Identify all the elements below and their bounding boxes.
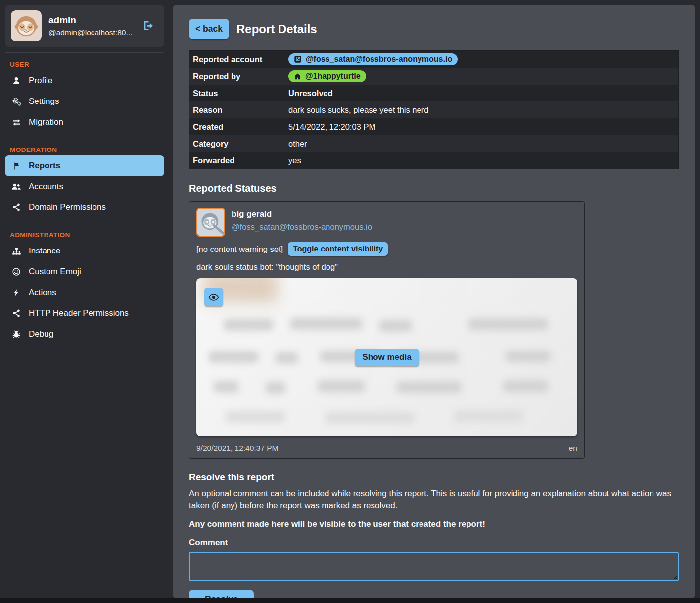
sidebar-item-custom-emoji[interactable]: Custom Emoji (5, 261, 164, 282)
sidebar-item-label: HTTP Header Permissions (29, 308, 129, 318)
status-avatar (196, 208, 225, 237)
report-info-table: Reported account @foss_satan@fossbros-an… (189, 50, 679, 169)
gears-icon (11, 97, 21, 106)
row-label: Category (189, 139, 288, 149)
table-row: Reason dark souls sucks, please yeet thi… (189, 101, 678, 118)
row-label: Created (189, 122, 288, 132)
status-language: en (569, 444, 577, 452)
flag-icon (11, 162, 21, 170)
row-label: Forwarded (189, 156, 288, 165)
comment-label: Comment (189, 538, 679, 548)
page-footer-strip (0, 598, 700, 603)
share-nodes-icon (11, 309, 21, 318)
user-avatar (11, 10, 42, 41)
toggle-content-visibility-button[interactable]: Toggle content visibility (288, 242, 388, 256)
sitemap-icon (11, 247, 21, 256)
sidebar-item-label: Actions (29, 288, 56, 298)
sidebar: admin @admin@localhost:80... USER Profil… (5, 5, 164, 598)
table-row: Forwarded yes (189, 152, 678, 169)
bug-icon (11, 330, 21, 339)
sidebar-item-actions[interactable]: Actions (5, 282, 164, 303)
status-content: dark souls status bot: "thoughts of dog" (196, 262, 577, 272)
status-value: Unresolved (288, 89, 333, 98)
sidebar-item-reports[interactable]: Reports (5, 155, 164, 176)
reported-by-handle: @1happyturtle (305, 72, 361, 81)
sidebar-item-label: Instance (29, 246, 60, 256)
back-button[interactable]: < back (189, 19, 229, 39)
reported-by-badge[interactable]: @1happyturtle (288, 70, 366, 82)
category-value: other (288, 139, 307, 149)
eye-icon (208, 292, 219, 302)
status-media-blurred: Show media (196, 278, 577, 436)
sidebar-item-debug[interactable]: Debug (5, 324, 164, 345)
smiley-icon (11, 267, 21, 276)
sidebar-item-domain-permissions[interactable]: Domain Permissions (5, 197, 164, 218)
row-label: Status (189, 89, 288, 98)
sidebar-item-label: Custom Emoji (29, 267, 81, 277)
row-label: Reason (189, 105, 288, 115)
sidebar-item-label: Settings (29, 97, 59, 106)
table-row: Status Unresolved (189, 85, 678, 101)
resolve-heading: Resolve this report (189, 472, 679, 483)
sidebar-item-http-header-permissions[interactable]: HTTP Header Permissions (5, 303, 164, 324)
sidebar-item-label: Reports (29, 161, 60, 171)
row-label: Reported account (189, 55, 288, 64)
table-row: Reported by @1happyturtle (189, 68, 678, 85)
users-icon (11, 182, 21, 192)
panel-header: < back Report Details (189, 19, 679, 39)
user-handle: @admin@localhost:80... (48, 28, 132, 37)
reported-account-badge[interactable]: @foss_satan@fossbros-anonymous.io (288, 53, 458, 65)
content-warning-text: [no content warning set] (196, 245, 283, 254)
share-nodes-icon (11, 203, 21, 212)
sidebar-item-accounts[interactable]: Accounts (5, 176, 164, 197)
section-header-moderation: MODERATION (10, 146, 164, 153)
reported-account-handle: @foss_satan@fossbros-anonymous.io (306, 55, 452, 64)
section-header-administration: ADMINISTRATION (10, 231, 164, 239)
user-display-name: admin (48, 15, 132, 26)
user-card[interactable]: admin @admin@localhost:80... (5, 5, 164, 47)
resolve-warning: Any comment made here will be visible to… (189, 519, 679, 529)
report-details-panel: < back Report Details Reported account @… (173, 5, 695, 598)
status-card: big gerald @foss_satan@fossbros-anonymou… (189, 201, 585, 459)
table-row: Category other (189, 135, 678, 152)
status-timestamp: 9/20/2021, 12:40:37 PM (196, 444, 278, 452)
reported-statuses-heading: Reported Statuses (189, 183, 679, 194)
user-icon (11, 76, 21, 85)
sidebar-item-migration[interactable]: Migration (5, 112, 164, 133)
reason-value: dark souls sucks, please yeet this nerd (288, 105, 428, 115)
comment-input[interactable] (189, 552, 679, 581)
sidebar-item-label: Profile (29, 76, 52, 86)
forwarded-value: yes (288, 156, 301, 165)
sidebar-item-label: Accounts (29, 182, 63, 192)
sidebar-item-profile[interactable]: Profile (5, 70, 164, 91)
table-row: Created 5/14/2022, 12:20:03 PM (189, 118, 678, 135)
external-link-icon (294, 55, 302, 63)
status-account-link[interactable]: @foss_satan@fossbros-anonymous.io (232, 222, 372, 232)
sidebar-item-label: Debug (29, 329, 53, 339)
sidebar-nav: USER Profile Settings (5, 52, 164, 345)
sidebar-item-settings[interactable]: Settings (5, 91, 164, 112)
eye-button[interactable] (204, 288, 223, 306)
sign-out-icon[interactable] (142, 20, 154, 32)
show-media-button[interactable]: Show media (355, 349, 419, 366)
page: admin @admin@localhost:80... USER Profil… (0, 0, 700, 598)
sidebar-item-label: Domain Permissions (29, 202, 106, 212)
resolve-description: An optional comment can be included whil… (189, 488, 679, 512)
home-icon (294, 73, 301, 80)
sidebar-item-instance[interactable]: Instance (5, 241, 164, 261)
created-value: 5/14/2022, 12:20:03 PM (288, 122, 375, 132)
resolve-button[interactable]: Resolve (189, 590, 254, 598)
row-label: Reported by (189, 72, 288, 81)
bolt-icon (11, 289, 21, 297)
section-header-user: USER (10, 61, 164, 68)
migration-arrows-icon (11, 118, 21, 127)
table-row: Reported account @foss_satan@fossbros-an… (189, 51, 678, 68)
sidebar-item-label: Migration (29, 117, 63, 127)
page-title: Report Details (236, 22, 317, 36)
status-display-name: big gerald (232, 209, 372, 219)
